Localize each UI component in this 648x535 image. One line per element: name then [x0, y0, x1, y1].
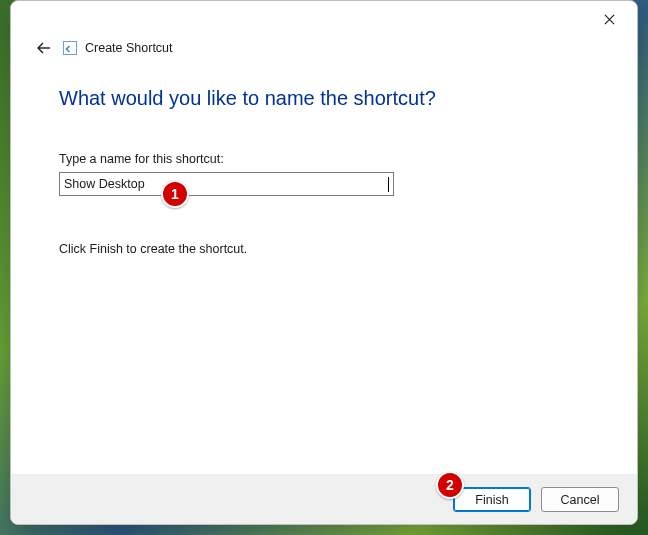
wizard-header: Create Shortcut: [11, 35, 637, 59]
shortcut-name-input[interactable]: [64, 177, 387, 191]
titlebar: [11, 1, 637, 35]
wizard-content: What would you like to name the shortcut…: [11, 59, 637, 474]
wizard-footer: Finish Cancel: [11, 474, 637, 524]
wizard-title: Create Shortcut: [85, 41, 173, 55]
text-caret: [388, 177, 389, 192]
shortcut-name-label: Type a name for this shortcut:: [59, 152, 597, 166]
shortcut-icon: [63, 41, 77, 55]
page-heading: What would you like to name the shortcut…: [59, 87, 597, 110]
finish-instruction: Click Finish to create the shortcut.: [59, 242, 597, 256]
desktop-backdrop: Create Shortcut What would you like to n…: [0, 0, 648, 535]
shortcut-name-input-wrap[interactable]: [59, 172, 394, 196]
finish-button[interactable]: Finish: [453, 487, 531, 512]
close-button[interactable]: [587, 5, 631, 33]
create-shortcut-wizard-window: Create Shortcut What would you like to n…: [10, 0, 638, 525]
close-icon: [604, 14, 615, 25]
cancel-button[interactable]: Cancel: [541, 487, 619, 512]
back-button[interactable]: [33, 37, 55, 59]
arrow-left-icon: [36, 40, 52, 56]
